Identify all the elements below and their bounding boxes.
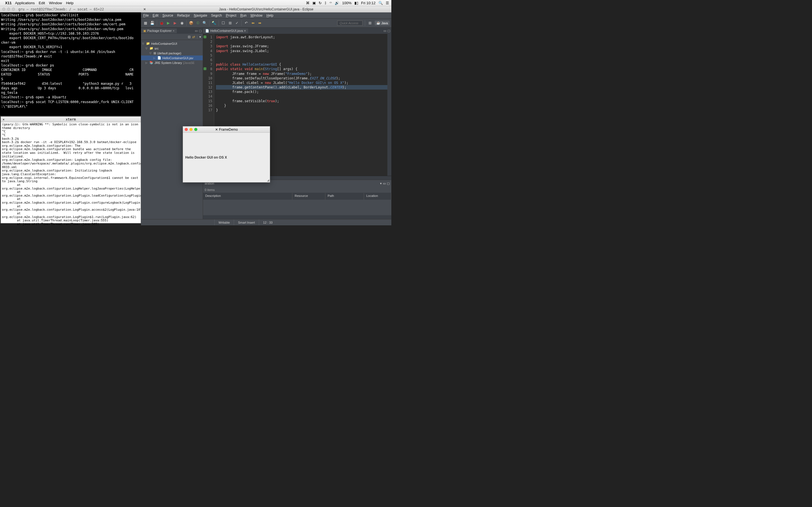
vertical-scrollbar[interactable] xyxy=(388,34,391,180)
framedemo-window[interactable]: ✕FrameDemo Hello Docker GUI on OS X ◢ xyxy=(183,126,270,182)
bluetooth-icon[interactable]: ᛒ xyxy=(324,1,327,5)
status-position: 12 : 33 xyxy=(259,219,276,225)
java-file-node[interactable]: ▷📄HelloContainerGUI.jav xyxy=(141,55,203,60)
menu-navigate[interactable]: Navigate xyxy=(194,13,207,17)
notification-icon[interactable]: ☰ xyxy=(386,1,389,5)
package-explorer-panel: ▣ Package Explorer × ▭ ▢ ⊟ ⇄ | ▾ ▽📁Hello… xyxy=(141,27,203,219)
annotation-icon[interactable]: ⊞ xyxy=(227,20,233,26)
search-icon[interactable]: 🔦 xyxy=(211,20,217,26)
prev-edit-icon[interactable]: ↶ xyxy=(243,20,249,26)
x11-icon: ✕ xyxy=(3,117,4,121)
menu-run[interactable]: Run xyxy=(240,13,246,17)
package-explorer-tab[interactable]: ▣ Package Explorer × xyxy=(141,29,177,33)
menu-applications[interactable]: Applications xyxy=(15,1,35,5)
open-perspective-icon[interactable]: ⊞ xyxy=(367,20,373,26)
xterm-window[interactable]: ✕ xterm (geary:1): Gtk-WARNING **: Symbo… xyxy=(1,116,141,223)
problems-body[interactable] xyxy=(203,200,391,215)
active-app[interactable]: X11 xyxy=(5,1,11,5)
minimize-icon[interactable] xyxy=(190,128,193,131)
col-description[interactable]: Description xyxy=(203,193,292,200)
wifi-icon[interactable]: ⌔ xyxy=(329,1,332,5)
clock[interactable]: Fri 10:12 xyxy=(361,1,375,5)
zoom-icon[interactable] xyxy=(194,128,197,131)
close-icon[interactable] xyxy=(2,8,5,11)
menu-window[interactable]: Window xyxy=(49,1,62,5)
maximize-icon[interactable]: ▢ xyxy=(387,182,390,185)
toggle-icon[interactable]: ☐ xyxy=(220,20,226,26)
col-resource[interactable]: Resource xyxy=(292,193,325,200)
new-package-icon[interactable]: 📦 xyxy=(188,20,194,26)
adobe-icon[interactable]: ▣ xyxy=(312,1,316,5)
eclipse-titlebar[interactable]: ✕ Java - HelloContainerGUI/src/HelloCont… xyxy=(141,6,391,12)
close-icon[interactable] xyxy=(185,128,188,131)
debug-icon[interactable]: 🐞 xyxy=(159,20,164,26)
minimize-icon[interactable]: ▭ xyxy=(195,29,198,33)
jre-node[interactable]: ▷📚JRE System Library [JavaSE xyxy=(141,60,203,65)
status-insert: Smart Insert xyxy=(234,219,259,225)
menu-refactor[interactable]: Refactor xyxy=(177,13,190,17)
menu-window[interactable]: Window xyxy=(250,13,262,17)
xterm-title: xterm xyxy=(66,117,76,121)
timemachine-icon[interactable]: ↻ xyxy=(319,1,322,5)
view-menu-icon[interactable]: ▾ xyxy=(199,35,201,39)
status-writable: Writable xyxy=(214,219,234,225)
items-count: 0 items xyxy=(203,187,391,193)
col-path[interactable]: Path xyxy=(325,193,364,200)
forward-icon[interactable]: ➡ xyxy=(257,20,262,26)
package-icon: ▦ xyxy=(153,51,156,55)
maximize-icon[interactable]: ▢ xyxy=(199,29,202,33)
menu-search[interactable]: Search xyxy=(211,13,222,17)
x11-icon: ✕ xyxy=(143,7,146,11)
editor-tab[interactable]: 📄 HelloContainerGUI.java × xyxy=(203,29,248,33)
framedemo-titlebar[interactable]: ✕FrameDemo xyxy=(183,126,270,133)
default-package-node[interactable]: ▽▦(default package) xyxy=(141,51,203,55)
coverage-icon[interactable]: ◉ xyxy=(179,20,185,26)
terminal-titlebar[interactable]: gru — root@32f0ac73eaeb: / — socat — 65×… xyxy=(0,6,141,12)
collapse-all-icon[interactable]: ⊟ xyxy=(188,35,191,39)
run-icon[interactable]: ▶ xyxy=(165,20,171,26)
quick-access-input[interactable] xyxy=(337,20,363,25)
battery-icon[interactable]: ▮▯ xyxy=(354,1,358,5)
dropbox-icon[interactable]: ⌘ xyxy=(306,1,310,5)
framedemo-title: FrameDemo xyxy=(219,128,238,131)
link-editor-icon[interactable]: ⇄ xyxy=(192,35,195,39)
menu-edit[interactable]: Edit xyxy=(39,1,45,5)
eclipse-statusbar: Writable Smart Insert 12 : 33 xyxy=(141,219,391,225)
minimize-icon[interactable]: ▭ xyxy=(384,29,386,33)
save-icon[interactable]: 💾 xyxy=(149,20,155,26)
close-tab-icon[interactable]: × xyxy=(173,29,174,33)
terminal-body[interactable]: localhost:~ gru$ boot2docker shellinit W… xyxy=(0,12,141,109)
eclipse-window[interactable]: ✕ Java - HelloContainerGUI/src/HelloCont… xyxy=(141,6,391,225)
view-menu-icon[interactable]: ▾ xyxy=(380,182,382,185)
open-type-icon[interactable]: 🔍 xyxy=(202,20,207,26)
xterm-titlebar[interactable]: ✕ xterm xyxy=(1,117,141,122)
menu-project[interactable]: Project xyxy=(226,13,236,17)
menu-edit[interactable]: Edit xyxy=(153,13,158,17)
new-icon[interactable]: ▦ xyxy=(143,20,148,26)
minimize-icon[interactable] xyxy=(7,8,10,11)
new-class-icon[interactable]: © xyxy=(195,20,201,26)
back-icon[interactable]: ⬅ xyxy=(250,20,256,26)
project-node[interactable]: ▽📁HelloContainerGUI xyxy=(141,41,203,46)
menu-source[interactable]: Source xyxy=(162,13,173,17)
col-location[interactable]: Location xyxy=(364,193,391,200)
menu-help[interactable]: Help xyxy=(66,1,73,5)
minimize-icon[interactable]: ▭ xyxy=(383,182,386,185)
x11-icon: ✕ xyxy=(215,128,218,131)
src-node[interactable]: ▽📁src xyxy=(141,46,203,51)
resize-handle-icon[interactable]: ◢ xyxy=(267,179,269,182)
horizontal-scrollbar[interactable] xyxy=(203,215,391,219)
run-ext-icon[interactable]: ▶ xyxy=(172,20,178,26)
close-tab-icon[interactable]: × xyxy=(244,29,246,33)
volume-icon[interactable]: 🔊 xyxy=(335,1,339,5)
terminal-window[interactable]: gru — root@32f0ac73eaeb: / — socat — 65×… xyxy=(0,6,141,115)
java-perspective[interactable]: ☕ Java xyxy=(375,20,390,25)
task-icon[interactable]: ✓ xyxy=(234,20,240,26)
menu-file[interactable]: File xyxy=(143,13,149,17)
spotlight-icon[interactable]: 🔍 xyxy=(378,1,383,5)
menu-help[interactable]: Help xyxy=(266,13,273,17)
framedemo-body: Hello Docker GUI on OS X xyxy=(183,133,270,182)
maximize-icon[interactable]: ▢ xyxy=(388,29,390,33)
zoom-icon[interactable] xyxy=(12,8,15,11)
xterm-body[interactable]: (geary:1): Gtk-WARNING **: Symbolic icon… xyxy=(1,122,141,227)
